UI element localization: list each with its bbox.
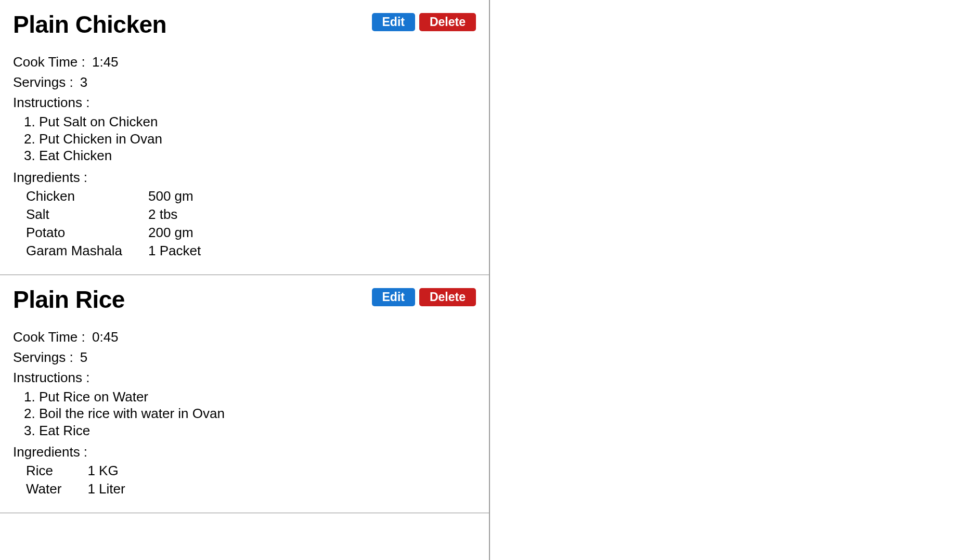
- ingredients-grid: Chicken 500 gm Salt 2 tbs Potato 200 gm …: [13, 188, 476, 259]
- ingredient-amount: 1 Packet: [148, 243, 201, 259]
- servings-row: Servings : 5: [13, 349, 476, 366]
- edit-button[interactable]: Edit: [372, 288, 415, 306]
- instruction-item: Eat Rice: [39, 422, 476, 439]
- recipe-title: Plain Rice: [13, 285, 125, 314]
- app-container: Plain Chicken Edit Delete Cook Time : 1:…: [0, 0, 980, 560]
- ingredient-name: Potato: [26, 225, 122, 241]
- cook-time-value: 0:45: [92, 329, 119, 345]
- servings-value: 3: [80, 74, 87, 90]
- ingredient-name: Rice: [26, 463, 61, 479]
- instructions-list: Put Salt on Chicken Put Chicken in Ovan …: [13, 113, 476, 164]
- cook-time-row: Cook Time : 1:45: [13, 54, 476, 70]
- instruction-item: Eat Chicken: [39, 147, 476, 164]
- recipe-actions: Edit Delete: [372, 288, 476, 306]
- right-panel: [490, 0, 980, 560]
- ingredient-name: Water: [26, 481, 61, 497]
- edit-button[interactable]: Edit: [372, 13, 415, 31]
- ingredients-grid: Rice 1 KG Water 1 Liter: [13, 463, 476, 497]
- recipe-header: Plain Chicken Edit Delete: [13, 10, 476, 38]
- cook-time-row: Cook Time : 0:45: [13, 329, 476, 345]
- ingredient-name: Garam Mashala: [26, 243, 122, 259]
- recipe-actions: Edit Delete: [372, 13, 476, 31]
- cook-time-label: Cook Time :: [13, 54, 85, 70]
- instruction-item: Boil the rice with water in Ovan: [39, 405, 476, 422]
- instructions-label: Instructions :: [13, 370, 476, 386]
- ingredient-name: Salt: [26, 206, 122, 223]
- instructions-label: Instructions :: [13, 95, 476, 111]
- instruction-item: Put Rice on Water: [39, 388, 476, 406]
- recipe-list-panel: Plain Chicken Edit Delete Cook Time : 1:…: [0, 0, 490, 560]
- ingredients-label: Ingredients :: [13, 170, 476, 186]
- ingredient-amount: 200 gm: [148, 225, 201, 241]
- ingredient-amount: 1 KG: [87, 463, 125, 479]
- instruction-item: Put Chicken in Ovan: [39, 131, 476, 148]
- instructions-list: Put Rice on Water Boil the rice with wat…: [13, 388, 476, 439]
- recipe-card: Plain Chicken Edit Delete Cook Time : 1:…: [0, 0, 489, 275]
- servings-label: Servings :: [13, 74, 73, 90]
- cook-time-label: Cook Time :: [13, 329, 85, 345]
- instruction-item: Put Salt on Chicken: [39, 113, 476, 131]
- servings-label: Servings :: [13, 349, 73, 365]
- servings-row: Servings : 3: [13, 74, 476, 90]
- cook-time-value: 1:45: [92, 54, 119, 70]
- ingredients-label: Ingredients :: [13, 444, 476, 460]
- ingredient-name: Chicken: [26, 188, 122, 204]
- delete-button[interactable]: Delete: [419, 13, 476, 31]
- ingredient-amount: 1 Liter: [87, 481, 125, 497]
- servings-value: 5: [80, 349, 87, 365]
- delete-button[interactable]: Delete: [419, 288, 476, 306]
- recipe-header: Plain Rice Edit Delete: [13, 285, 476, 314]
- ingredient-amount: 2 tbs: [148, 206, 201, 223]
- recipe-card: Plain Rice Edit Delete Cook Time : 0:45 …: [0, 275, 489, 514]
- ingredient-amount: 500 gm: [148, 188, 201, 204]
- recipe-title: Plain Chicken: [13, 10, 166, 38]
